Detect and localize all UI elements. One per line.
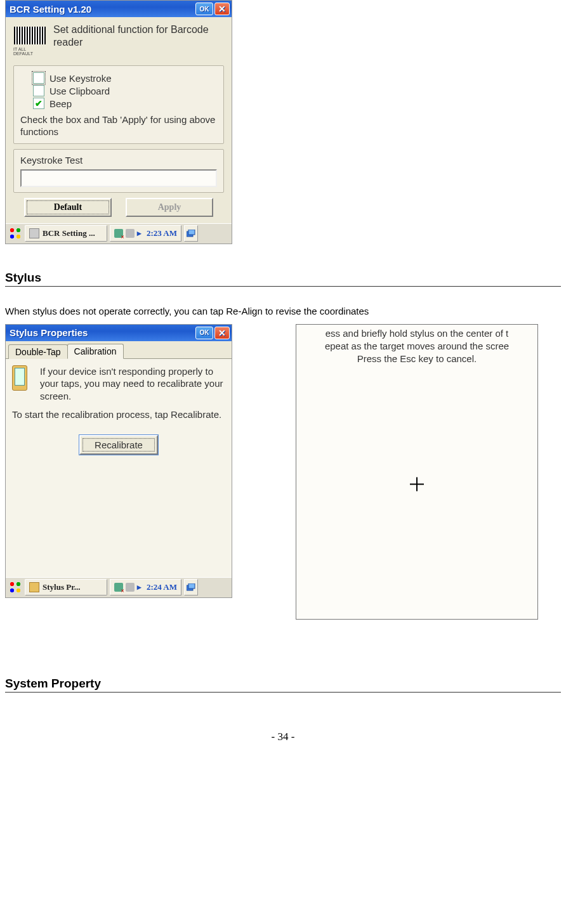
taskbar-app-button[interactable]: BCR Setting ... (25, 225, 107, 242)
bcr-window: BCR Setting v1.20 OK ✕ IT ALL DEFAULT Se… (5, 0, 232, 244)
tray-arrow-icon: ▸ (137, 228, 142, 238)
tab-double-tap[interactable]: Double-Tap (8, 344, 68, 359)
stylus-heading: Stylus (5, 271, 561, 287)
crosshair-icon (409, 476, 425, 497)
system-property-heading: System Property (5, 677, 561, 693)
beep-checkbox[interactable]: ✔ (33, 98, 44, 109)
calib-line-3: Press the Esc key to cancel. (296, 353, 537, 365)
close-button[interactable]: ✕ (214, 3, 230, 15)
calibration-screen[interactable]: ess and briefly hold stylus on the cente… (296, 324, 538, 620)
network-icon[interactable] (114, 229, 123, 238)
page-number: - 34 - (5, 731, 561, 743)
barcode-icon: IT ALL DEFAULT (13, 23, 46, 59)
calibration-text-1: If your device isn't responding properly… (40, 365, 225, 403)
tray-arrow-icon: ▸ (137, 582, 142, 592)
barcode-icon-caption: IT ALL DEFAULT (13, 47, 46, 56)
stylus-titlebar: Stylus Properties OK ✕ (6, 325, 232, 341)
options-group: Use Keystroke Use Clipboard ✔ Beep Check… (13, 65, 224, 144)
calib-line-2: epeat as the target moves around the scr… (296, 340, 537, 353)
system-tray[interactable]: ▸ 2:23 AM (110, 225, 181, 242)
stylus-title: Stylus Properties (10, 327, 194, 338)
close-icon: ✕ (218, 4, 226, 14)
system-tray[interactable]: ▸ 2:24 AM (110, 579, 181, 595)
calib-line-1: ess and briefly hold stylus on the cente… (296, 327, 537, 340)
clock: 2:23 AM (147, 228, 177, 238)
keystroke-test-group: Keystroke Test (13, 149, 224, 193)
use-clipboard-checkbox[interactable] (33, 85, 44, 96)
app-mini-icon (29, 228, 39, 238)
svg-rect-3 (188, 583, 195, 589)
ok-button[interactable]: OK (195, 3, 213, 15)
taskbar-app-label: Stylus Pr... (43, 582, 80, 592)
bcr-title: BCR Setting v1.20 (10, 4, 194, 15)
desktop-icon[interactable] (184, 225, 198, 242)
tab-calibration[interactable]: Calibration (67, 344, 124, 359)
beep-label: Beep (49, 98, 72, 109)
apply-button[interactable]: Apply (126, 198, 213, 217)
ok-button[interactable]: OK (195, 327, 213, 339)
use-keystroke-checkbox[interactable] (33, 72, 44, 84)
stylus-taskbar: Stylus Pr... ▸ 2:24 AM (6, 577, 232, 597)
keystroke-test-title: Keystroke Test (20, 155, 217, 166)
keystroke-test-input[interactable] (20, 169, 217, 187)
options-instruction: Check the box and Tab 'Apply' for using … (20, 114, 217, 138)
default-button[interactable]: Default (24, 198, 112, 217)
use-clipboard-label: Use Clipboard (49, 86, 110, 96)
close-button[interactable]: ✕ (214, 327, 230, 339)
close-icon: ✕ (218, 328, 226, 338)
taskbar-app-button[interactable]: Stylus Pr... (25, 579, 107, 595)
recalibrate-button[interactable]: Recalibrate (79, 435, 158, 455)
tabstrip: Double-Tap Calibration (6, 341, 232, 359)
desktop-icon[interactable] (184, 579, 198, 595)
pda-icon (12, 365, 34, 403)
taskbar-app-label: BCR Setting ... (43, 228, 95, 238)
start-icon[interactable] (8, 226, 22, 240)
clock: 2:24 AM (147, 582, 177, 592)
start-icon[interactable] (8, 580, 22, 594)
bcr-taskbar: BCR Setting ... ▸ 2:23 AM (6, 223, 232, 244)
bcr-titlebar: BCR Setting v1.20 OK ✕ (6, 1, 232, 17)
use-keystroke-label: Use Keystroke (49, 73, 112, 84)
bcr-description: Set additional function for Barcode read… (53, 23, 224, 49)
network-icon[interactable] (114, 583, 123, 592)
svg-rect-1 (188, 230, 195, 235)
calibration-text-2: To start the recalibration process, tap … (12, 408, 225, 421)
volume-icon[interactable] (126, 229, 135, 238)
volume-icon[interactable] (126, 583, 135, 592)
stylus-properties-window: Stylus Properties OK ✕ Double-Tap Calibr… (5, 324, 232, 598)
stylus-paragraph: When stylus does not operate correctly, … (5, 306, 561, 316)
app-mini-icon (29, 582, 39, 592)
